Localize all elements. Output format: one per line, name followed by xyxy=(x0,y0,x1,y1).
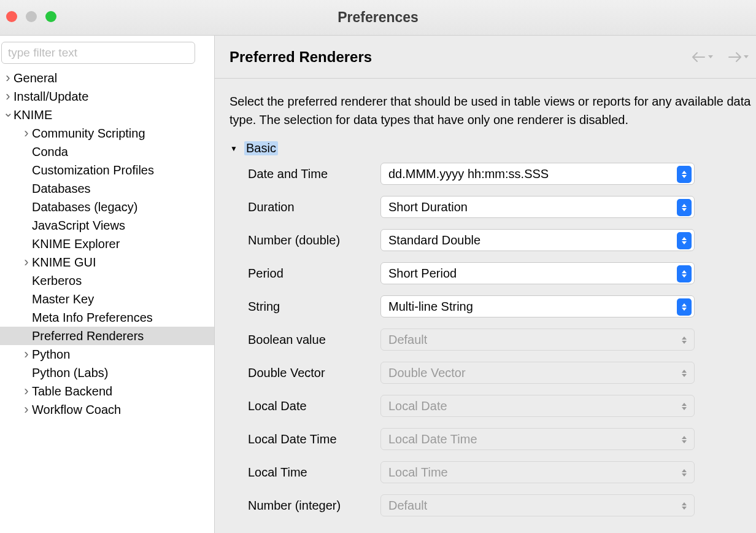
tree-item[interactable]: ›Databases xyxy=(0,179,214,198)
chevron-right-icon[interactable]: › xyxy=(21,128,32,139)
tree-item[interactable]: ›Master Key xyxy=(0,290,214,308)
renderer-select: Local Date Time xyxy=(380,428,695,450)
field-label: Local Date Time xyxy=(248,432,376,446)
chevron-right-icon[interactable]: › xyxy=(2,72,14,84)
tree-item-label: Databases (legacy) xyxy=(32,198,137,216)
tree-item-label: Master Key xyxy=(32,290,94,308)
section-header[interactable]: ▼ Basic xyxy=(230,141,756,155)
updown-icon xyxy=(677,166,692,183)
updown-icon xyxy=(677,199,692,216)
updown-icon xyxy=(677,497,692,515)
chevron-right-icon[interactable]: › xyxy=(2,91,14,102)
chevron-right-icon[interactable]: › xyxy=(21,386,32,397)
renderer-select: Local Time xyxy=(380,461,695,483)
field-label: Number (integer) xyxy=(248,499,376,513)
sidebar: ›General›Install/Update⌄KNIME›Community … xyxy=(0,36,215,533)
tree-item[interactable]: ›JavaScript Views xyxy=(0,216,214,235)
tree-item[interactable]: ›Install/Update xyxy=(0,87,214,106)
select-value: Local Date Time xyxy=(388,432,477,446)
tree-item[interactable]: ›KNIME GUI xyxy=(0,253,214,271)
tree-item-label: Python (Labs) xyxy=(32,364,109,382)
tree-item[interactable]: ›Community Scripting xyxy=(0,124,214,142)
select-value: Double Vector xyxy=(388,366,466,380)
field-label: Duration xyxy=(248,200,376,214)
updown-icon xyxy=(677,398,692,415)
updown-icon xyxy=(677,365,692,382)
renderer-select[interactable]: dd.MMM.yyyy hh:mm:ss.SSS xyxy=(380,163,695,185)
content-area: ›General›Install/Update⌄KNIME›Community … xyxy=(0,36,756,533)
tree-item-label: Meta Info Preferences xyxy=(32,308,153,327)
field-label: Date and Time xyxy=(248,167,376,181)
updown-icon xyxy=(677,431,692,448)
tree-item-label: Python xyxy=(32,345,70,364)
window-minimize-button[interactable] xyxy=(26,11,37,22)
renderer-select[interactable]: Multi-line String xyxy=(380,295,695,317)
renderer-select[interactable]: Short Duration xyxy=(380,196,695,218)
tree-item-label: Databases xyxy=(32,179,91,198)
tree-item-label: Kerberos xyxy=(32,271,82,290)
filter-input[interactable] xyxy=(1,42,195,64)
tree-item[interactable]: ›Python (Labs) xyxy=(0,364,214,382)
select-value: Short Duration xyxy=(388,200,468,214)
tree-item-label: Customization Profiles xyxy=(32,161,154,179)
page-title: Preferred Renderers xyxy=(230,49,372,66)
chevron-down-icon xyxy=(708,55,713,58)
tree-item-label: Table Backend xyxy=(32,382,112,400)
renderer-select: Default xyxy=(380,494,695,516)
nav-arrows xyxy=(691,51,749,63)
tree-item[interactable]: ›Meta Info Preferences xyxy=(0,308,214,327)
select-value: Local Date xyxy=(388,399,447,413)
titlebar: Preferences xyxy=(0,0,756,36)
renderer-form: Date and Timedd.MMM.yyyy hh:mm:ss.SSSDur… xyxy=(230,163,756,516)
select-value: Default xyxy=(388,333,427,347)
renderer-select[interactable]: Standard Double xyxy=(380,229,695,251)
chevron-right-icon[interactable]: › xyxy=(21,257,32,268)
tree-item[interactable]: ›Conda xyxy=(0,142,214,161)
select-value: Default xyxy=(388,499,427,513)
tree-item[interactable]: ›Databases (legacy) xyxy=(0,198,214,216)
preferences-window: Preferences ›General›Install/Update⌄KNIM… xyxy=(0,0,756,533)
main-panel: Preferred Renderers xyxy=(215,36,756,533)
preferences-tree[interactable]: ›General›Install/Update⌄KNIME›Community … xyxy=(0,68,214,533)
nav-back-button[interactable] xyxy=(691,51,713,63)
chevron-right-icon[interactable]: › xyxy=(21,349,32,360)
select-value: dd.MMM.yyyy hh:mm:ss.SSS xyxy=(388,167,549,181)
select-value: Multi-line String xyxy=(388,300,473,314)
tree-item-label: JavaScript Views xyxy=(32,216,125,235)
tree-item[interactable]: ›Kerberos xyxy=(0,271,214,290)
select-value: Short Period xyxy=(388,266,457,281)
tree-item[interactable]: ›Preferred Renderers xyxy=(0,327,214,345)
tree-item[interactable]: ›Table Backend xyxy=(0,382,214,400)
main-body: Select the preferred renderer that shoul… xyxy=(215,79,756,516)
window-title: Preferences xyxy=(338,9,418,26)
renderer-select[interactable]: Short Period xyxy=(380,262,695,284)
select-value: Standard Double xyxy=(388,233,480,247)
select-value: Local Time xyxy=(388,465,448,480)
chevron-right-icon[interactable]: › xyxy=(21,404,32,415)
tree-item-label: KNIME Explorer xyxy=(32,235,120,253)
renderer-select: Default xyxy=(380,329,695,351)
main-header: Preferred Renderers xyxy=(215,36,756,79)
tree-item[interactable]: ›KNIME Explorer xyxy=(0,235,214,253)
updown-icon xyxy=(677,232,692,249)
updown-icon xyxy=(677,298,692,316)
tree-item-label: Install/Update xyxy=(14,87,88,106)
tree-item[interactable]: ⌄KNIME xyxy=(0,106,214,124)
filter-wrap xyxy=(0,39,214,68)
tree-item-label: General xyxy=(14,69,57,87)
tree-item-label: Community Scripting xyxy=(32,124,145,142)
window-close-button[interactable] xyxy=(6,11,17,22)
window-zoom-button[interactable] xyxy=(45,11,56,22)
tree-item[interactable]: ›Workflow Coach xyxy=(0,400,214,419)
field-label: Boolean value xyxy=(248,333,376,347)
arrow-left-icon xyxy=(691,51,707,63)
traffic-lights xyxy=(6,11,56,22)
tree-item[interactable]: ›Python xyxy=(0,345,214,364)
chevron-down-icon[interactable]: ⌄ xyxy=(2,108,14,117)
renderer-select: Double Vector xyxy=(380,362,695,384)
updown-icon xyxy=(677,332,692,349)
tree-item[interactable]: ›General xyxy=(0,69,214,87)
tree-item[interactable]: ›Customization Profiles xyxy=(0,161,214,179)
field-label: String xyxy=(248,300,376,314)
nav-forward-button[interactable] xyxy=(727,51,749,63)
